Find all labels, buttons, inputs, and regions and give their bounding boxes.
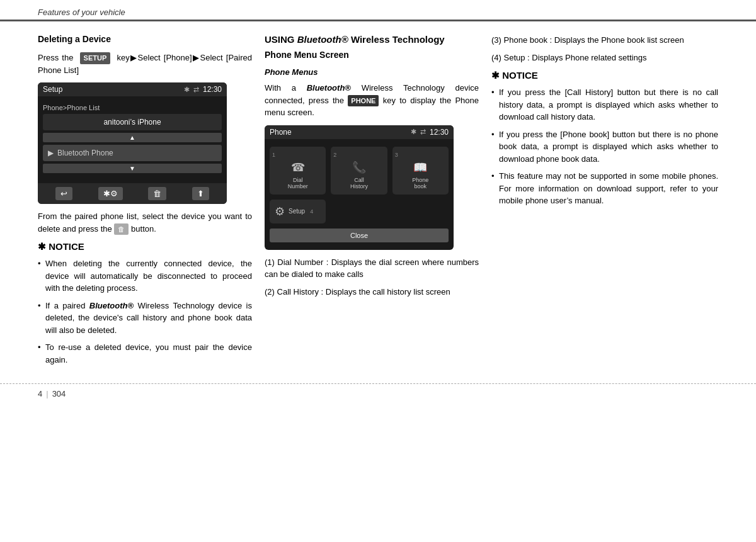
- bt-settings-btn[interactable]: ✱⚙: [98, 187, 123, 200]
- screen-footer: ↩ ✱⚙ 🗑 ⬆: [38, 183, 227, 204]
- screen-header: Setup ✱ ⇄ 12:30: [38, 82, 227, 96]
- breadcrumb: Phone>Phone List: [43, 101, 222, 114]
- setup-menu-btn[interactable]: ⚙ Setup 4: [270, 200, 326, 223]
- close-bar-btn[interactable]: Close: [270, 229, 449, 242]
- delete-para1: Press the SETUP key▶Select [Phone]▶Selec…: [38, 52, 252, 76]
- setup-button-inline: SETUP: [80, 52, 111, 64]
- page-header: Features of your vehicle: [0, 0, 756, 21]
- phone-menus-italic: Phone Menus: [265, 67, 479, 77]
- delete-device-heading: Deleting a Device: [38, 34, 252, 44]
- delete-para2: From the paired phone list, select the d…: [38, 210, 252, 235]
- notice-item: If a paired Bluetooth® Wireless Technolo…: [38, 300, 252, 337]
- empty-cell: [392, 200, 449, 223]
- bt-icon: ✱: [411, 128, 416, 136]
- header-icons: ✱ ⇄ 12:30: [184, 85, 222, 94]
- notice-list-right: If you press the [Call History] button b…: [491, 86, 718, 207]
- trash-icon-inline: 🗑: [114, 223, 129, 235]
- call-history-icon: 📞: [352, 161, 366, 174]
- notice-item: When deleting the currently connected de…: [38, 257, 252, 295]
- setup-gear-icon: ⚙: [275, 205, 285, 218]
- connected-icon: ⇄: [193, 86, 199, 94]
- page-footer: 4 | 304: [0, 383, 756, 404]
- back-btn[interactable]: ↩: [55, 187, 72, 200]
- main-content: Deleting a Device Press the SETUP key▶Se…: [0, 21, 756, 383]
- phone-book-icon: 📖: [413, 161, 427, 174]
- numbered-item-4: (4) Setup : Displays Phone related setti…: [491, 52, 718, 64]
- phone-screen-header: Phone ✱ ⇄ 12:30: [265, 125, 454, 139]
- page-304: 304: [52, 389, 66, 398]
- page-divider: |: [46, 389, 48, 398]
- empty-cell: [331, 200, 387, 223]
- notice-heading-right: ✱ NOTICE: [491, 70, 718, 81]
- phone-menu-screen-mockup: Phone ✱ ⇄ 12:30 1 ☎ DialNumber 2 📞: [265, 125, 454, 250]
- header-title: Features of your vehicle: [38, 8, 125, 17]
- conn-icon: ⇄: [420, 128, 426, 136]
- numbered-list-right: (3) Phone book : Displays the Phone book…: [491, 34, 718, 64]
- phone-menu-heading: Phone Menu Screen: [265, 50, 479, 60]
- scroll-up: ▲: [43, 133, 222, 142]
- using-bt-heading: USING Bluetooth® Wireless Technology: [265, 34, 479, 45]
- bluetooth-phone-item: ▶ Bluetooth Phone: [43, 145, 222, 161]
- phone-header-icons: ✱ ⇄ 12:30: [411, 128, 449, 137]
- phone-screen-title: Phone: [270, 128, 292, 137]
- notice-list-left: When deleting the currently connected de…: [38, 257, 252, 366]
- trash-btn[interactable]: 🗑: [148, 187, 166, 200]
- notice-item-support: This feature may not be supported in som…: [491, 170, 718, 207]
- phone-screen-body: 1 ☎ DialNumber 2 📞 CallHistory 3 📖 Phone…: [265, 139, 454, 250]
- numbered-list-mid: (1) Dial Number : Displays the dial scre…: [265, 256, 479, 298]
- mid-column: USING Bluetooth® Wireless Technology Pho…: [265, 34, 479, 371]
- screen-title: Setup: [43, 85, 62, 94]
- call-history-btn[interactable]: 2 📞 CallHistory: [331, 147, 387, 195]
- notice-heading-left: ✱ NOTICE: [38, 241, 252, 252]
- phone-book-btn[interactable]: 3 📖 Phonebook: [392, 147, 449, 195]
- upload-btn[interactable]: ⬆: [192, 187, 209, 200]
- phone-screen-time: 12:30: [430, 128, 449, 137]
- phone-menu-para: With a Bluetooth® Wireless Technology de…: [265, 82, 479, 119]
- notice-item-call-history: If you press the [Call History] button b…: [491, 86, 718, 123]
- bluetooth-icon: ✱: [184, 86, 190, 94]
- play-icon: ▶: [48, 149, 54, 157]
- dial-number-btn[interactable]: 1 ☎ DialNumber: [270, 147, 326, 195]
- numbered-item-1: (1) Dial Number : Displays the dial scre…: [265, 256, 479, 281]
- notice-item: To re-use a deleted device, you must pai…: [38, 341, 252, 366]
- notice-item-phone-book: If you press the [Phone book] button but…: [491, 128, 718, 166]
- phone-list-item: anitooni’s iPhone: [43, 114, 222, 130]
- page-number: 4: [38, 389, 42, 398]
- scroll-down: ▼: [43, 164, 222, 173]
- screen-time: 12:30: [203, 85, 222, 94]
- left-column: Deleting a Device Press the SETUP key▶Se…: [38, 34, 252, 371]
- right-column: (3) Phone book : Displays the Phone book…: [491, 34, 718, 371]
- numbered-item-2: (2) Call History : Displays the call his…: [265, 286, 479, 298]
- screen-body: Phone>Phone List anitooni’s iPhone ▲ ▶ B…: [38, 96, 227, 181]
- phone-button-inline: PHONE: [348, 95, 379, 107]
- dial-icon: ☎: [291, 161, 305, 174]
- setup-screen-mockup: Setup ✱ ⇄ 12:30 Phone>Phone List anitoon…: [38, 82, 227, 204]
- numbered-item-3: (3) Phone book : Displays the Phone book…: [491, 34, 718, 47]
